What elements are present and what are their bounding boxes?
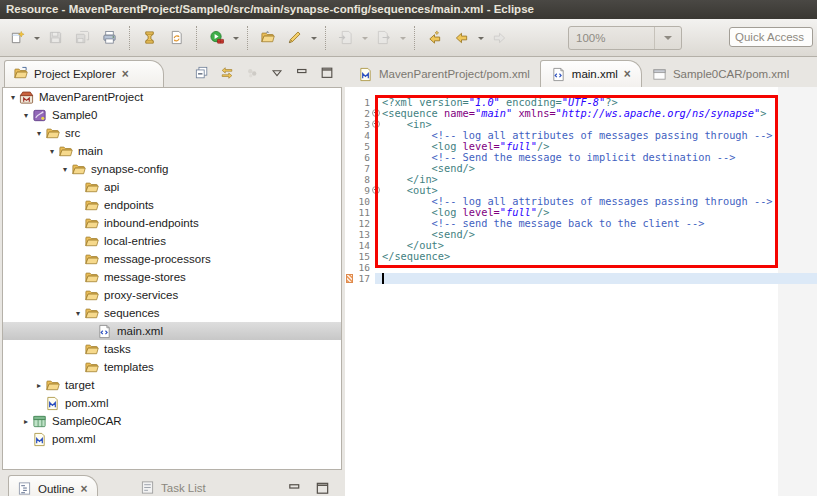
- line-number: 1: [345, 97, 370, 108]
- tree-item-label: inbound-endpoints: [101, 217, 202, 229]
- tab-project-explorer[interactable]: Project Explorer ×: [4, 60, 164, 87]
- folder-icon: [58, 144, 73, 159]
- toolbar-separator: [129, 26, 130, 50]
- expander-icon[interactable]: ▾: [33, 129, 45, 138]
- external-tools-button[interactable]: [281, 24, 308, 51]
- code-line-17[interactable]: [382, 273, 773, 284]
- zoom-dropdown-icon[interactable]: [654, 27, 681, 49]
- folder-icon: [84, 198, 99, 213]
- annotation-marker[interactable]: [346, 274, 353, 283]
- tree-item-message-stores[interactable]: message-stores: [3, 268, 341, 286]
- tree-item-main-xml[interactable]: main.xml: [3, 322, 341, 340]
- editor-tab-sample0car-pom-xml[interactable]: Sample0CAR/pom.xml: [642, 61, 799, 87]
- tab-task-list[interactable]: Task List: [132, 475, 216, 496]
- zoom-level-combo[interactable]: 100%: [568, 26, 682, 50]
- close-icon[interactable]: ×: [122, 68, 129, 80]
- tree-item-local-entries[interactable]: local-entries: [3, 232, 341, 250]
- line-number: 3: [345, 119, 370, 130]
- tree-item-target[interactable]: ▸target: [3, 376, 341, 394]
- line-number: 9: [345, 185, 370, 196]
- tree-item-label: synapse-config: [88, 163, 171, 175]
- refresh-artifact-button[interactable]: [163, 24, 190, 51]
- tree-item-label: api: [101, 181, 122, 193]
- expander-icon[interactable]: ▾: [7, 93, 19, 102]
- tree-item-pom-xml[interactable]: pom.xml: [3, 430, 341, 448]
- line-number: 6: [345, 152, 370, 163]
- new-dropdown-icon[interactable]: [31, 24, 42, 51]
- tree-item-api[interactable]: api: [3, 178, 341, 196]
- tree-item-label: endpoints: [101, 199, 157, 211]
- last-edit-location-button[interactable]: [421, 24, 448, 51]
- close-icon[interactable]: ×: [80, 483, 87, 495]
- folder-icon: [45, 126, 60, 141]
- tree-item-message-processors[interactable]: message-processors: [3, 250, 341, 268]
- close-icon[interactable]: ×: [624, 68, 631, 80]
- view-menu-icon: [270, 66, 284, 80]
- tree-item-label: Sample0: [49, 109, 100, 121]
- view-menu-button[interactable]: [270, 66, 284, 84]
- export-archive-button[interactable]: [136, 24, 163, 51]
- tree-item-main[interactable]: ▾main: [3, 142, 341, 160]
- line-number-ruler[interactable]: 1234567891011121314151617: [345, 97, 370, 284]
- tree-item-label: main.xml: [114, 325, 166, 337]
- editor-tab-label: main.xml: [572, 68, 618, 80]
- tree-item-proxy-services[interactable]: proxy-services: [3, 286, 341, 304]
- editor-overview-ruler[interactable]: [778, 87, 817, 496]
- open-folder-icon: [260, 30, 275, 45]
- import-dropdown-icon: [359, 24, 370, 51]
- back-dropdown-icon[interactable]: [475, 24, 486, 51]
- tree-item-src[interactable]: ▾src: [3, 124, 341, 142]
- minimize-icon[interactable]: [287, 481, 302, 496]
- run-button[interactable]: [203, 24, 230, 51]
- expander-icon[interactable]: ▾: [46, 147, 58, 156]
- tree-item-sequences[interactable]: ▾sequences: [3, 304, 341, 322]
- archive-icon: [142, 30, 157, 45]
- open-resource-button[interactable]: [254, 24, 281, 51]
- collapse-all-icon: [195, 66, 209, 80]
- expander-icon[interactable]: ▾: [72, 309, 84, 318]
- line-number: 13: [345, 229, 370, 240]
- tree-item-inbound-endpoints[interactable]: inbound-endpoints: [3, 214, 341, 232]
- back-icon: [454, 30, 469, 45]
- expander-icon[interactable]: ▾: [20, 111, 32, 120]
- tree-item-pom-xml[interactable]: pom.xml: [3, 394, 341, 412]
- tree-item-templates[interactable]: templates: [3, 358, 341, 376]
- editor-tab-main-xml[interactable]: main.xml×: [540, 60, 642, 87]
- editor-tab-mavenparentproject-pom-xml[interactable]: MavenParentProject/pom.xml: [348, 61, 540, 87]
- tree-item-sample0[interactable]: ▾Sample0: [3, 106, 341, 124]
- project-explorer-tabbar: Project Explorer ×: [2, 60, 342, 87]
- expander-icon[interactable]: ▾: [59, 165, 71, 174]
- maximize-button[interactable]: [320, 66, 334, 84]
- expander-icon[interactable]: ▸: [33, 381, 45, 390]
- print-button[interactable]: [96, 24, 123, 51]
- export-icon: [376, 30, 391, 45]
- maximize-icon[interactable]: [315, 481, 330, 496]
- external-tools-dropdown-icon[interactable]: [308, 24, 319, 51]
- tree-item-sample0car[interactable]: ▸Sample0CAR: [3, 412, 341, 430]
- tree-item-endpoints[interactable]: endpoints: [3, 196, 341, 214]
- tree-item-label: templates: [101, 361, 157, 373]
- run-dropdown-icon[interactable]: [230, 24, 241, 51]
- line-number: 2: [345, 108, 370, 119]
- outline-tab-label: Outline: [38, 483, 74, 495]
- tree-item-mavenparentproject[interactable]: ▾MavenParentProject: [3, 88, 341, 106]
- xml-editor[interactable]: 1234567891011121314151617 <?xml version=…: [345, 87, 817, 496]
- minimize-button[interactable]: [295, 66, 309, 84]
- bottom-view-stack: Outline × Task List: [4, 475, 344, 496]
- tree-item-tasks[interactable]: tasks: [3, 340, 341, 358]
- folder-icon: [84, 234, 99, 249]
- car-project-icon: [32, 414, 47, 429]
- tree-item-label: target: [62, 379, 97, 391]
- toolbar-separator: [414, 26, 415, 50]
- maven-project-icon: [19, 90, 34, 105]
- tree-item-label: pom.xml: [62, 397, 111, 409]
- expander-icon[interactable]: ▸: [20, 417, 32, 426]
- link-with-editor-button[interactable]: [220, 66, 234, 84]
- tab-outline[interactable]: Outline ×: [8, 475, 98, 496]
- tree-item-synapse-config[interactable]: ▾synapse-config: [3, 160, 341, 178]
- back-button[interactable]: [448, 24, 475, 51]
- quick-access-input[interactable]: [729, 27, 813, 47]
- new-button[interactable]: [4, 24, 31, 51]
- collapse-all-button[interactable]: [195, 66, 209, 84]
- import-icon: [338, 30, 353, 45]
